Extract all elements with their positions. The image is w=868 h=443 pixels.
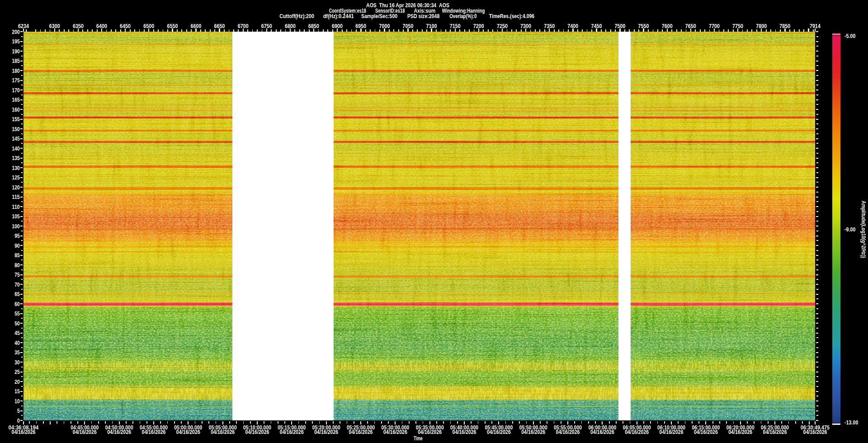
svg-text:5: 5 [17,407,20,414]
svg-text:120: 120 [12,184,20,191]
svg-text:70: 70 [14,281,20,288]
svg-text:140: 140 [12,145,20,152]
svg-text:7400: 7400 [567,23,578,29]
svg-text:0: 0 [17,417,20,424]
svg-text:6850: 6850 [308,23,319,29]
svg-text:Time: Time [414,435,423,442]
svg-text:50: 50 [14,320,20,327]
svg-text:160: 160 [12,106,20,113]
svg-text:04/16/2026: 04/16/2026 [73,429,97,435]
svg-text:7050: 7050 [403,23,414,29]
svg-text:04/16/2026: 04/16/2026 [694,429,718,435]
svg-text:90: 90 [14,242,20,249]
svg-text:30: 30 [14,359,20,366]
svg-text:7700: 7700 [709,23,720,29]
svg-text:35: 35 [14,349,20,356]
svg-text:04/16/2026: 04/16/2026 [142,429,166,435]
svg-text:04/16/2026: 04/16/2026 [418,429,442,435]
svg-text:04/16/2026: 04/16/2026 [280,429,304,435]
svg-text:PSD size:2048: PSD size:2048 [407,13,439,19]
svg-text:7300: 7300 [520,23,531,29]
svg-text:145: 145 [12,135,20,142]
svg-text:6300: 6300 [49,23,60,29]
svg-text:7850: 7850 [779,23,790,29]
svg-text:04/16/2026: 04/16/2026 [660,429,684,435]
svg-text:-13.00: -13.00 [844,419,859,426]
svg-text:15: 15 [14,388,20,395]
svg-text:150: 150 [12,126,20,132]
svg-text:6900: 6900 [332,23,343,29]
svg-text:7914: 7914 [810,23,821,29]
svg-text:175: 175 [12,77,20,84]
svg-text:60: 60 [14,301,20,307]
svg-text:Amplitude(Log10(g^2/Hz)): Amplitude(Log10(g^2/Hz)) [860,201,867,258]
svg-text:200: 200 [12,28,20,35]
svg-text:40: 40 [14,339,20,346]
svg-text:195: 195 [12,38,20,45]
svg-text:Overlap(%):0: Overlap(%):0 [449,13,476,19]
svg-text:7750: 7750 [732,23,743,29]
svg-text:110: 110 [12,203,20,210]
svg-text:95: 95 [14,232,20,239]
svg-text:155: 155 [12,116,20,123]
svg-text:45: 45 [14,330,20,336]
svg-text:04/16/2026: 04/16/2026 [521,429,545,435]
svg-text:7350: 7350 [544,23,555,29]
svg-text:6750: 6750 [261,23,272,29]
svg-text:04/16/2026: 04/16/2026 [245,429,269,435]
svg-text:170: 170 [12,87,20,94]
svg-text:Sample/Sec:500: Sample/Sec:500 [361,13,397,19]
svg-text:6450: 6450 [120,23,131,29]
svg-text:04/16/2026: 04/16/2026 [453,429,476,435]
svg-text:04/16/2026: 04/16/2026 [383,429,407,435]
svg-text:85: 85 [14,252,20,259]
svg-text:100: 100 [12,223,20,230]
svg-text:185: 185 [12,57,20,64]
svg-text:65: 65 [14,291,20,297]
svg-text:6400: 6400 [96,23,107,29]
svg-text:04/16/2026: 04/16/2026 [590,429,614,435]
svg-text:6600: 6600 [191,23,202,29]
svg-text:7550: 7550 [638,23,649,29]
svg-text:6350: 6350 [73,23,84,29]
svg-text:80: 80 [14,262,20,269]
svg-text:7100: 7100 [426,23,437,29]
svg-text:6650: 6650 [214,23,225,29]
svg-text:04/16/2026: 04/16/2026 [803,429,827,435]
svg-text:115: 115 [12,193,20,200]
svg-text:125: 125 [12,174,20,181]
svg-text:180: 180 [12,67,20,74]
svg-text:TimeRes.(sec):4.096: TimeRes.(sec):4.096 [489,13,534,19]
svg-text:6950: 6950 [355,23,366,29]
svg-text:7600: 7600 [662,23,673,29]
svg-text:df(Hz):0.2441: df(Hz):0.2441 [323,13,354,19]
svg-text:04/16/2026: 04/16/2026 [487,429,511,435]
svg-text:165: 165 [12,96,20,103]
svg-text:190: 190 [12,48,20,55]
svg-text:04/16/2026: 04/16/2026 [107,429,131,435]
svg-text:6800: 6800 [285,23,296,29]
svg-text:04/16/2026: 04/16/2026 [625,429,649,435]
svg-text:75: 75 [14,271,20,278]
svg-text:04/16/2026: 04/16/2026 [314,429,338,435]
svg-text:25: 25 [14,368,20,375]
svg-text:04/16/2026: 04/16/2026 [556,429,580,435]
svg-text:7200: 7200 [473,23,484,29]
svg-text:6550: 6550 [167,23,178,29]
svg-text:7650: 7650 [685,23,696,29]
svg-text:10: 10 [14,398,20,405]
svg-text:7500: 7500 [615,23,626,29]
svg-text:6500: 6500 [143,23,154,29]
svg-text:7800: 7800 [756,23,767,29]
svg-text:04/16/2026: 04/16/2026 [12,429,36,435]
svg-text:6700: 6700 [238,23,249,29]
svg-text:7250: 7250 [497,23,508,29]
svg-text:04/16/2026: 04/16/2026 [349,429,373,435]
svg-text:-9.00: -9.00 [844,226,856,233]
svg-text:04/16/2026: 04/16/2026 [763,429,787,435]
svg-text:135: 135 [12,155,20,161]
svg-text:-5.00: -5.00 [844,33,856,39]
svg-text:04/16/2026: 04/16/2026 [176,429,200,435]
svg-text:04/16/2026: 04/16/2026 [211,429,235,435]
svg-text:04/16/2026: 04/16/2026 [728,429,752,435]
